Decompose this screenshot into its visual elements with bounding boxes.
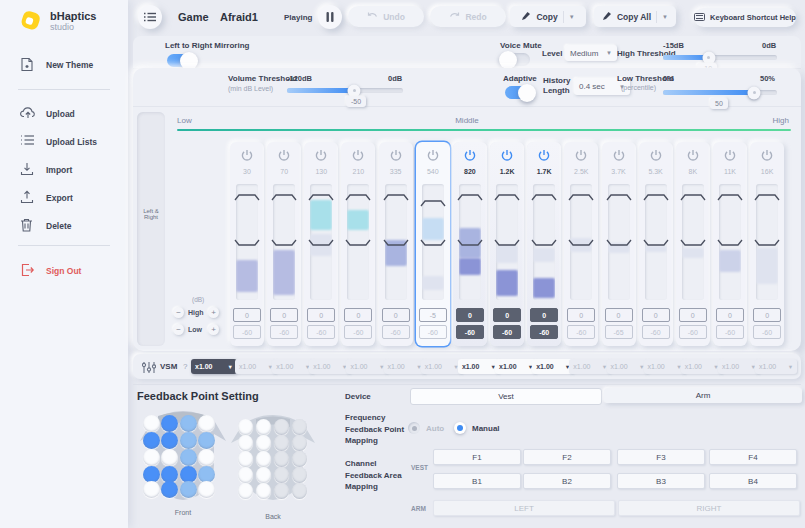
upper-db-value[interactable]: 0 <box>233 308 261 322</box>
power-icon[interactable] <box>537 149 551 163</box>
power-icon[interactable] <box>351 149 365 163</box>
power-icon[interactable] <box>426 149 440 163</box>
lower-range-handle[interactable] <box>234 239 260 246</box>
redo-button[interactable]: Redo <box>430 6 506 27</box>
arm-area-button-left[interactable]: LEFT <box>433 500 615 516</box>
feedback-point-dot[interactable] <box>180 481 197 498</box>
feedback-point-dot[interactable] <box>161 466 178 483</box>
feedback-point-dot[interactable] <box>143 481 160 498</box>
lower-db-value[interactable]: -65 <box>605 325 633 339</box>
feedback-point-dot[interactable] <box>292 419 307 435</box>
upper-range-handle[interactable] <box>606 194 632 201</box>
power-icon[interactable] <box>723 149 737 163</box>
sidebar-item-sign-out[interactable]: Sign Out <box>20 263 81 278</box>
vsm-strip-dropdown-820[interactable]: x1.00▼ <box>458 359 500 374</box>
upper-db-value[interactable]: 0 <box>567 308 595 322</box>
lower-db-value[interactable]: -60 <box>753 325 781 339</box>
feedback-point-dot[interactable] <box>161 432 178 449</box>
vsm-strip-dropdown-11K[interactable]: x1.00▼ <box>718 359 760 374</box>
vest-front-area-button-F2[interactable]: F2 <box>523 449 611 465</box>
feedback-point-dot[interactable] <box>143 432 160 449</box>
lower-range-handle[interactable] <box>457 239 483 246</box>
feedback-point-dot[interactable] <box>256 435 271 451</box>
upper-range-handle[interactable] <box>271 194 297 201</box>
power-icon[interactable] <box>500 149 514 163</box>
lower-range-handle[interactable] <box>308 239 334 246</box>
upper-range-handle[interactable] <box>568 194 594 201</box>
feedback-point-dot[interactable] <box>143 466 160 483</box>
vest-front-area-button-F3[interactable]: F3 <box>617 449 705 465</box>
sidebar-item-upload[interactable]: Upload <box>20 106 75 121</box>
feedback-point-dot[interactable] <box>292 467 307 483</box>
power-icon[interactable] <box>649 149 663 163</box>
upper-range-handle[interactable] <box>308 194 334 201</box>
sidebar-item-import[interactable]: Import <box>20 162 72 177</box>
feedback-point-dot[interactable] <box>274 419 289 435</box>
upper-db-value[interactable]: 0 <box>716 308 744 322</box>
feedback-point-dot[interactable] <box>238 419 253 435</box>
mirroring-toggle[interactable] <box>167 54 195 67</box>
feedback-point-dot[interactable] <box>198 432 215 449</box>
upper-db-value[interactable]: 0 <box>530 308 558 322</box>
upper-db-value[interactable]: 0 <box>642 308 670 322</box>
feedback-point-dot[interactable] <box>143 449 160 466</box>
feedback-point-dot[interactable] <box>274 451 289 467</box>
copy-dropdown-arrow[interactable]: ▼ <box>569 14 575 20</box>
gain-high-plus-button[interactable]: + <box>208 307 219 318</box>
sidebar-item-export[interactable]: Export <box>20 190 73 205</box>
lower-range-handle[interactable] <box>568 239 594 246</box>
vsm-strip-dropdown-5.3K[interactable]: x1.00▼ <box>644 359 686 374</box>
feedback-point-dot[interactable] <box>256 419 271 435</box>
vsm-strip-dropdown-8K[interactable]: x1.00▼ <box>681 359 723 374</box>
upper-range-handle[interactable] <box>345 194 371 201</box>
feedback-point-dot[interactable] <box>143 415 160 432</box>
feedback-point-dot[interactable] <box>238 435 253 451</box>
upper-db-value[interactable]: 0 <box>679 308 707 322</box>
feedback-point-dot[interactable] <box>198 449 215 466</box>
feedback-point-dot[interactable] <box>238 483 253 499</box>
lower-range-handle[interactable] <box>717 239 743 246</box>
feedback-point-dot[interactable] <box>180 415 197 432</box>
tab-arm[interactable]: Arm <box>604 388 802 403</box>
upper-range-handle[interactable] <box>494 194 520 201</box>
feedback-point-dot[interactable] <box>180 432 197 449</box>
feedback-point-dot[interactable] <box>198 415 215 432</box>
lower-range-handle[interactable] <box>345 239 371 246</box>
vsm-strip-dropdown-30[interactable]: x1.00▼ <box>235 359 277 374</box>
power-icon[interactable] <box>314 149 328 163</box>
vsm-strip-dropdown-1.2K[interactable]: x1.00▼ <box>495 359 537 374</box>
feedback-point-dot[interactable] <box>256 483 271 499</box>
feedback-point-dot[interactable] <box>238 467 253 483</box>
upper-range-handle[interactable] <box>754 194 780 201</box>
vsm-strip-dropdown-70[interactable]: x1.00▼ <box>272 359 314 374</box>
level-dropdown[interactable]: Medium▼ <box>565 45 617 61</box>
upper-range-handle[interactable] <box>383 194 409 201</box>
gain-high-minus-button[interactable]: − <box>173 307 184 318</box>
low-threshold-thumb[interactable] <box>748 86 761 99</box>
lower-range-handle[interactable] <box>383 239 409 246</box>
feedback-point-dot[interactable] <box>180 449 197 466</box>
upper-db-value[interactable]: 0 <box>456 308 484 322</box>
upper-range-handle[interactable] <box>420 200 446 207</box>
upper-range-handle[interactable] <box>234 194 260 201</box>
lower-db-value[interactable]: -60 <box>716 325 744 339</box>
feedback-point-dot[interactable] <box>256 451 271 467</box>
vsm-strip-dropdown-130[interactable]: x1.00▼ <box>309 359 351 374</box>
power-icon[interactable] <box>574 149 588 163</box>
feedback-point-dot[interactable] <box>180 466 197 483</box>
power-icon[interactable] <box>612 149 626 163</box>
upper-db-value[interactable]: 0 <box>753 308 781 322</box>
feedback-point-dot[interactable] <box>161 449 178 466</box>
menu-button[interactable] <box>138 5 162 29</box>
upper-db-value[interactable]: 0 <box>493 308 521 322</box>
feedback-point-dot[interactable] <box>198 481 215 498</box>
vest-front-area-button-F4[interactable]: F4 <box>709 449 797 465</box>
lower-db-value[interactable]: -60 <box>419 325 447 339</box>
undo-button[interactable]: Undo <box>348 6 424 27</box>
tab-vest[interactable]: Vest <box>410 388 602 405</box>
upper-db-value[interactable]: 0 <box>605 308 633 322</box>
vsm-strip-dropdown-2.5K[interactable]: x1.00▼ <box>569 359 611 374</box>
lower-range-handle[interactable] <box>271 239 297 246</box>
lower-db-value[interactable]: -60 <box>679 325 707 339</box>
lower-range-handle[interactable] <box>606 239 632 246</box>
